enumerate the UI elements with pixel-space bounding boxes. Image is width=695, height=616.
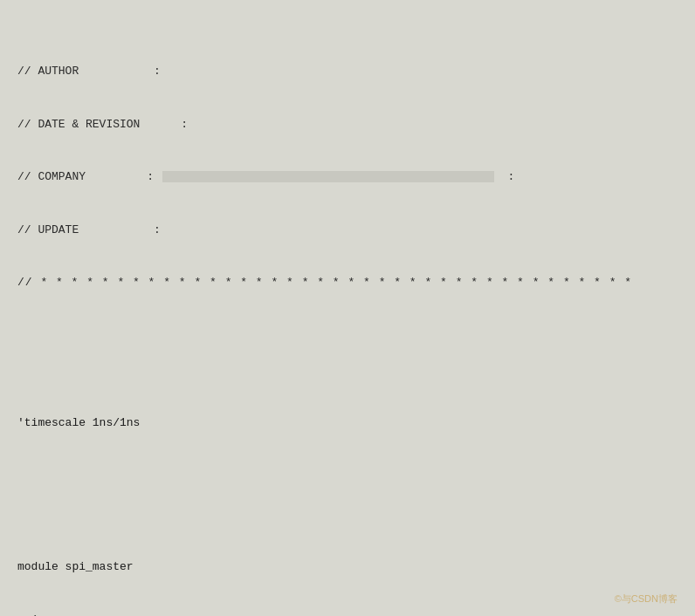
open-paren-line: ( [14, 612, 681, 616]
date-line: // DATE & REVISION : [14, 116, 681, 133]
timescale-line: 'timescale 1ns/1ns [14, 414, 681, 432]
author-line: // AUTHOR : [14, 63, 681, 80]
timescale-directive: 'timescale 1ns/1ns [17, 416, 140, 429]
date-label: // DATE & REVISION [17, 118, 140, 131]
company-line: // COMPANY : : [14, 168, 681, 186]
watermark: ©与CSDN博客 [615, 592, 678, 606]
company-value-bar [162, 171, 494, 182]
separator-line: // * * * * * * * * * * * * * * * * * * *… [14, 274, 681, 291]
blank-line-2 [14, 485, 681, 503]
update-label: // UPDATE [17, 223, 79, 236]
module-name: module spi_master [17, 560, 134, 573]
author-label: // AUTHOR [17, 65, 79, 78]
code-editor: // AUTHOR : // DATE & REVISION : // COMP… [14, 7, 681, 616]
module-declaration-line: module spi_master [14, 558, 681, 576]
update-line: // UPDATE : [14, 222, 681, 239]
company-label: // COMPANY [17, 170, 86, 183]
blank-line-1 [14, 345, 681, 362]
